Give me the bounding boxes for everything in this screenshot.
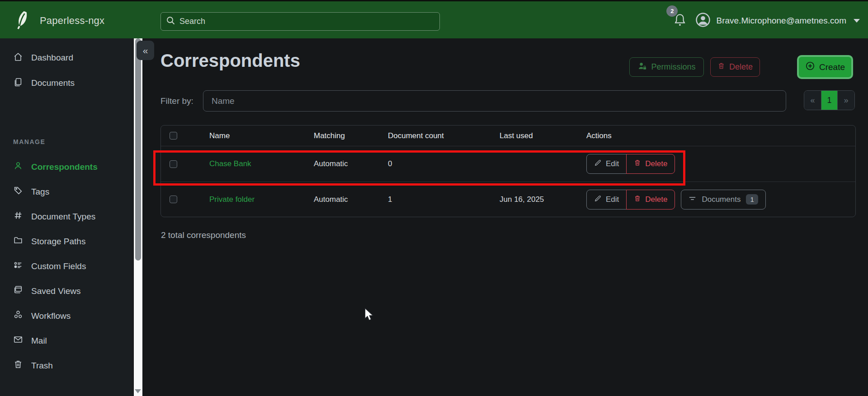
trash-icon: [717, 62, 725, 72]
permissions-button[interactable]: Permissions: [629, 57, 704, 77]
table-row-private-folder: Private folder Automatic 1 Jun 16, 2025 …: [161, 182, 855, 217]
sidebar-item-workflows[interactable]: Workflows: [0, 303, 133, 328]
documents-icon: [13, 77, 23, 89]
correspondent-name-link[interactable]: Chase Bank: [209, 159, 314, 168]
filter-by-label: Filter by:: [160, 96, 193, 106]
sidebar-item-tags[interactable]: Tags: [0, 179, 133, 204]
column-header-matching[interactable]: Matching: [314, 131, 388, 140]
sidebar-collapse-button[interactable]: «: [137, 41, 154, 60]
sidebar-item-mail[interactable]: Mail: [0, 328, 133, 353]
sidebar-spacer: [0, 96, 133, 129]
column-header-document-count[interactable]: Document count: [388, 131, 500, 140]
correspondents-table: Name Matching Document count Last used A…: [160, 125, 856, 217]
pagination-prev-button[interactable]: «: [804, 91, 821, 110]
trash-icon: [634, 159, 641, 169]
hash-icon: [13, 210, 23, 223]
scrollbar-down-arrow-icon[interactable]: [135, 389, 141, 393]
sidebar-scrollbar[interactable]: [134, 38, 142, 396]
user-menu-caret-icon: [854, 19, 860, 23]
page-title: Correspondents: [160, 51, 300, 71]
sidebar-item-label: Custom Fields: [31, 261, 86, 271]
edit-button[interactable]: Edit: [586, 154, 627, 174]
trash-icon: [634, 195, 641, 205]
bell-icon: [674, 21, 686, 28]
user-menu[interactable]: Brave.Microphone@ametnes.com: [695, 12, 860, 29]
documents-button-label: Documents: [702, 195, 741, 204]
delete-button-label: Delete: [729, 62, 753, 72]
window-icon: [13, 285, 23, 297]
bulk-delete-button[interactable]: Delete: [710, 57, 760, 77]
sidebar-item-label: Storage Paths: [31, 237, 85, 247]
edit-button[interactable]: Edit: [586, 190, 627, 210]
pagination-page-1[interactable]: 1: [821, 91, 837, 110]
sidebar-item-label: Saved Views: [31, 286, 81, 296]
sidebar-item-label: Document Types: [31, 212, 95, 222]
user-email: Brave.Microphone@ametnes.com: [716, 16, 846, 26]
pencil-icon: [594, 195, 602, 205]
sidebar-item-label: Mail: [31, 336, 47, 346]
delete-button-label: Delete: [645, 159, 667, 168]
sidebar-item-document-types[interactable]: Document Types: [0, 204, 133, 229]
sidebar-item-custom-fields[interactable]: Custom Fields: [0, 254, 133, 279]
edit-button-label: Edit: [606, 195, 619, 204]
sidebar-item-label: Trash: [31, 361, 53, 371]
pencil-icon: [594, 159, 602, 169]
sidebar-item-label: Correspondents: [31, 162, 98, 172]
folder-icon: [13, 235, 23, 247]
delete-button[interactable]: Delete: [626, 154, 675, 174]
row-checkbox[interactable]: [170, 196, 177, 203]
search-icon: [166, 16, 175, 27]
document-count-value: 1: [388, 195, 500, 204]
column-header-name[interactable]: Name: [209, 131, 314, 140]
app-logo-brand[interactable]: Paperless-ngx: [14, 1, 104, 40]
sidebar-item-saved-views[interactable]: Saved Views: [0, 279, 133, 303]
matching-value: Automatic: [314, 195, 388, 204]
avatar-icon: [695, 12, 711, 29]
person-icon: [13, 161, 23, 173]
documents-filter-button[interactable]: Documents 1: [681, 190, 765, 210]
person-lock-icon: [637, 61, 647, 73]
sidebar-item-storage-paths[interactable]: Storage Paths: [0, 229, 133, 254]
row-checkbox[interactable]: [170, 160, 177, 168]
delete-button[interactable]: Delete: [626, 190, 675, 210]
sidebar-item-label: Documents: [31, 78, 75, 88]
select-all-checkbox[interactable]: [170, 132, 177, 140]
scrollbar-thumb[interactable]: [135, 38, 141, 261]
app-title: Paperless-ngx: [40, 15, 104, 27]
sidebar: Dashboard Documents MANAGE Correspondent…: [0, 38, 133, 396]
correspondent-name-link[interactable]: Private folder: [209, 195, 314, 204]
tag-icon: [13, 186, 23, 198]
documents-count-badge: 1: [746, 194, 758, 205]
create-button[interactable]: Create: [797, 55, 853, 79]
column-header-last-used[interactable]: Last used: [500, 131, 586, 140]
filter-icon: [689, 195, 696, 204]
last-used-value: Jun 16, 2025: [500, 195, 586, 204]
sidebar-item-correspondents[interactable]: Correspondents: [0, 154, 133, 179]
sidebar-item-label: Dashboard: [31, 53, 73, 63]
sidebar-item-label: Workflows: [31, 311, 71, 321]
total-correspondents-summary: 2 total correspondents: [161, 230, 246, 240]
global-search[interactable]: [160, 12, 440, 31]
document-count-value: 0: [388, 159, 500, 168]
search-input[interactable]: [179, 17, 434, 26]
permissions-button-label: Permissions: [651, 62, 695, 72]
sidebar-item-dashboard[interactable]: Dashboard: [0, 45, 133, 70]
sidebar-item-label: Tags: [31, 187, 49, 197]
mail-icon: [13, 335, 23, 347]
plus-circle-icon: [805, 61, 815, 73]
sidebar-section-manage: MANAGE: [0, 129, 133, 154]
paperless-leaf-logo-icon: [14, 9, 33, 32]
sidebar-item-trash[interactable]: Trash: [0, 353, 133, 378]
create-button-label: Create: [819, 62, 845, 72]
boxes-icon: [13, 310, 23, 322]
name-filter-input[interactable]: [203, 90, 786, 112]
pagination-next-button[interactable]: »: [837, 91, 854, 110]
pagination: « 1 »: [804, 90, 855, 110]
notifications-bell[interactable]: 2: [674, 13, 687, 29]
notification-count-badge: 2: [666, 5, 678, 17]
trash-icon: [13, 359, 23, 372]
column-header-actions: Actions: [586, 131, 855, 140]
sidebar-item-documents[interactable]: Documents: [0, 70, 133, 96]
table-row-chase-bank: Chase Bank Automatic 0 Edit: [161, 146, 855, 182]
matching-value: Automatic: [314, 159, 388, 168]
